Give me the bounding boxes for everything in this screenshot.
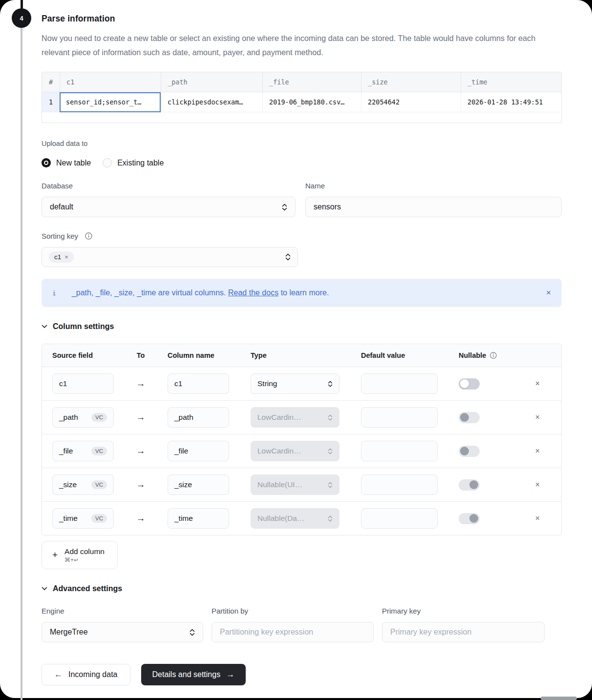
preview-col-time: _time	[461, 72, 561, 92]
type-select-disabled: LowCardin…	[251, 441, 339, 461]
preview-col-index: #	[42, 72, 60, 92]
remove-column-icon[interactable]: ×	[535, 514, 540, 523]
nullable-toggle-disabled	[459, 479, 480, 491]
chevron-updown-icon	[285, 253, 291, 261]
arrow-right-icon: →	[114, 479, 168, 490]
preview-col-file: _file	[262, 72, 361, 92]
remove-column-icon[interactable]: ×	[535, 480, 540, 489]
header-source-field: Source field	[52, 351, 114, 359]
arrow-right-icon: →	[114, 446, 168, 456]
database-select[interactable]: default	[42, 197, 296, 217]
source-field-input[interactable]: _pathVC	[52, 407, 114, 428]
chevron-updown-icon	[328, 515, 333, 522]
engine-value: MergeTree	[50, 628, 88, 637]
chevron-down-icon	[42, 587, 47, 591]
cell-c1-selected[interactable]: sensor_id;sensor_t…	[60, 92, 161, 112]
column-name-input[interactable]: c1	[168, 373, 229, 394]
step-number-badge: 4	[12, 8, 31, 28]
source-field-input[interactable]: _timeVC	[52, 508, 114, 529]
column-settings-header: Source field To Column name Type Default…	[42, 344, 561, 367]
chevron-updown-icon	[328, 482, 333, 488]
column-settings-table: Source field To Column name Type Default…	[42, 344, 562, 535]
default-value-input[interactable]	[361, 441, 438, 461]
chevron-down-icon	[42, 325, 47, 329]
radio-unselected-icon	[103, 158, 112, 167]
default-value-input[interactable]	[361, 474, 438, 495]
incoming-data-button[interactable]: ← Incoming data	[42, 664, 130, 685]
cell-size[interactable]: 22054642	[361, 92, 461, 112]
virtual-column-badge: VC	[91, 480, 107, 489]
source-field-input[interactable]: c1	[52, 373, 114, 394]
column-name-input[interactable]: _path	[168, 407, 229, 428]
scrollbar-sliver[interactable]	[541, 697, 577, 700]
arrow-right-icon: →	[226, 670, 234, 679]
step-rail	[21, 27, 22, 700]
details-and-settings-label: Details and settings	[152, 670, 221, 679]
column-name-input[interactable]: _size	[168, 474, 229, 495]
type-select[interactable]: String	[251, 373, 339, 394]
banner-text: _path, _file, _size, _time are virtual c…	[72, 288, 329, 297]
radio-selected-icon	[42, 158, 51, 167]
add-column-button[interactable]: + Add column ⌘+↵	[42, 541, 118, 569]
sorting-key-label: Sorting key	[42, 232, 78, 240]
default-value-input[interactable]	[361, 373, 438, 394]
column-settings-toggle[interactable]: Column settings	[42, 322, 562, 331]
remove-column-icon[interactable]: ×	[535, 379, 540, 388]
info-icon[interactable]	[85, 232, 92, 240]
type-select-disabled: LowCardin…	[251, 407, 339, 428]
engine-label: Engine	[42, 607, 203, 615]
add-column-label: Add column	[64, 547, 105, 556]
primary-key-input[interactable]: Primary key expression	[382, 622, 545, 642]
chevron-updown-icon	[328, 381, 333, 387]
partition-by-input[interactable]: Partitioning key expression	[211, 622, 374, 642]
banner-close-icon[interactable]: ×	[546, 288, 551, 298]
info-icon[interactable]	[490, 352, 497, 359]
nullable-toggle[interactable]	[459, 378, 480, 390]
sorting-key-chip: c1 ×	[49, 251, 74, 263]
column-row-time: _timeVC → _time Nullable(Da… ×	[42, 501, 561, 535]
default-value-input[interactable]	[361, 407, 438, 428]
table-name-input[interactable]: sensors	[305, 197, 562, 217]
preview-data-row: 1 sensor_id;sensor_t… clickpipesdocsexam…	[42, 92, 561, 112]
name-label: Name	[305, 182, 562, 190]
radio-existing-table[interactable]: Existing table	[103, 158, 164, 167]
column-name-input[interactable]: _file	[168, 441, 229, 461]
virtual-column-badge: VC	[91, 413, 107, 422]
column-name-input[interactable]: _time	[168, 508, 229, 529]
details-and-settings-button[interactable]: Details and settings →	[141, 664, 246, 685]
source-field-input[interactable]: _sizeVC	[52, 474, 114, 495]
sorting-key-select[interactable]: c1 ×	[42, 247, 298, 267]
remove-column-icon[interactable]: ×	[535, 413, 540, 422]
step-number: 4	[20, 15, 23, 22]
cell-time[interactable]: 2026-01-28 13:49:51	[461, 92, 561, 112]
cell-path[interactable]: clickpipesdocsexam…	[161, 92, 262, 112]
default-value-input[interactable]	[361, 508, 438, 529]
source-field-input[interactable]: _fileVC	[52, 441, 114, 461]
database-value: default	[50, 203, 73, 211]
add-column-shortcut: ⌘+↵	[64, 556, 79, 563]
radio-new-table[interactable]: New table	[42, 158, 91, 167]
chevron-updown-icon	[328, 414, 333, 421]
arrow-right-icon: →	[114, 412, 168, 423]
banner-info-icon: i	[52, 289, 56, 297]
database-label: Database	[42, 182, 296, 190]
advanced-settings-title: Advanced settings	[53, 584, 122, 593]
preview-table-filler	[42, 112, 561, 123]
engine-select[interactable]: MergeTree	[42, 622, 203, 642]
plus-icon: +	[52, 550, 58, 560]
cell-file[interactable]: 2019-06_bmp180.csv…	[262, 92, 361, 112]
chip-remove-icon[interactable]: ×	[64, 253, 68, 261]
type-select-disabled: Nullable(UI…	[251, 474, 339, 495]
read-the-docs-link[interactable]: Read the docs	[228, 288, 278, 297]
virtual-columns-banner: i _path, _file, _size, _time are virtual…	[42, 279, 562, 307]
remove-column-icon[interactable]: ×	[535, 447, 540, 455]
radio-existing-table-label: Existing table	[117, 159, 164, 167]
column-row-path: _pathVC → _path LowCardin… ×	[42, 400, 561, 434]
nullable-toggle-disabled	[459, 412, 480, 423]
header-default-value: Default value	[361, 351, 438, 359]
column-row-c1: c1 → c1 String ×	[42, 367, 561, 400]
advanced-settings-toggle[interactable]: Advanced settings	[42, 584, 562, 593]
table-name-value: sensors	[314, 203, 341, 211]
preview-header-row: # c1 _path _file _size _time	[42, 72, 561, 92]
arrow-right-icon: →	[114, 513, 168, 524]
